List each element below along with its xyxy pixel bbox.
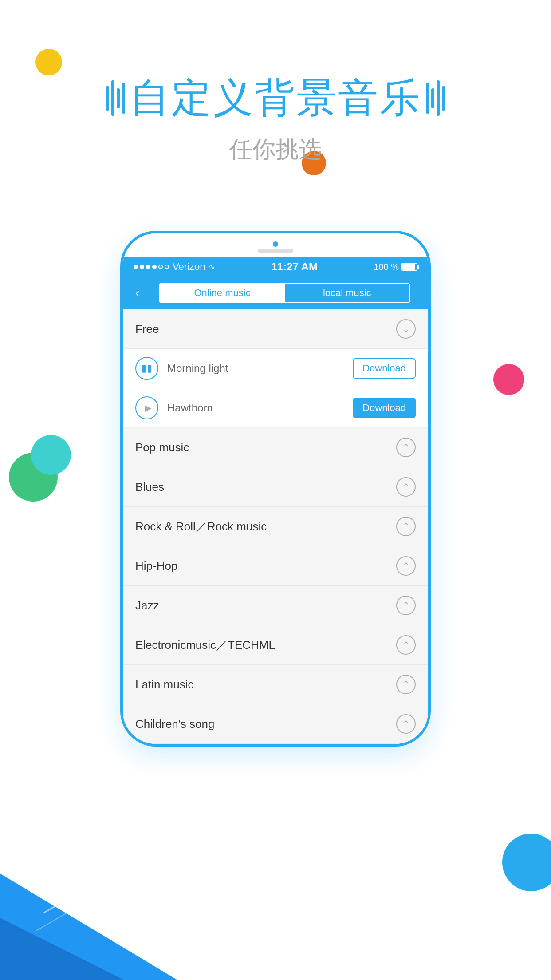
signal-dot-1	[134, 265, 138, 269]
pink-dot	[493, 364, 524, 395]
main-title: 自定义背景音乐	[0, 71, 551, 125]
play-button-hawthorn[interactable]: ▶	[135, 396, 158, 419]
category-jazz-label: Jazz	[135, 599, 159, 612]
phone-mockup: Verizon ∿ 11:27 AM 100 % ‹ Online music …	[120, 231, 431, 747]
category-free-label: Free	[135, 322, 159, 336]
status-time: 11:27 AM	[272, 261, 318, 273]
chevron-up-icon-latin: ⌃	[396, 675, 416, 694]
song-row-hawthorn: ▶ Hawthorn Download	[123, 388, 428, 428]
category-latin-row[interactable]: Latin music ⌃	[123, 665, 428, 704]
battery-fill	[402, 264, 415, 270]
song-name-morning-light: Morning light	[167, 362, 353, 375]
phone-screen: Verizon ∿ 11:27 AM 100 % ‹ Online music …	[120, 231, 431, 747]
chevron-up-icon-hiphop: ⌃	[396, 556, 416, 576]
download-button-hawthorn[interactable]: Download	[353, 398, 416, 418]
tab-group: Online music local music	[159, 283, 410, 303]
signal-dot-2	[140, 265, 144, 269]
chevron-up-icon-rock: ⌃	[396, 517, 416, 536]
status-right: 100 %	[374, 262, 417, 272]
signal-dots	[134, 265, 169, 269]
tab-local-music[interactable]: local music	[285, 284, 409, 302]
cyan-dot	[31, 435, 71, 475]
status-left: Verizon ∿	[134, 261, 215, 273]
phone-top-bar	[123, 233, 428, 257]
category-pop-label: Pop music	[135, 441, 189, 454]
category-electronic-row[interactable]: Electronicmusic／TECHML ⌃	[123, 625, 428, 665]
pause-icon: ▮▮	[142, 363, 152, 374]
category-electronic-label: Electronicmusic／TECHML	[135, 637, 275, 653]
category-hiphop-row[interactable]: Hip-Hop ⌃	[123, 546, 428, 586]
signal-dot-4	[152, 265, 157, 269]
status-bar: Verizon ∿ 11:27 AM 100 %	[123, 257, 428, 277]
signal-dot-5	[158, 265, 163, 269]
category-latin-label: Latin music	[135, 678, 194, 692]
category-blues-label: Blues	[135, 480, 164, 494]
back-button[interactable]: ‹	[132, 284, 143, 302]
title-text: 自定义背景音乐	[130, 71, 421, 125]
category-rock-label: Rock & Roll／Rock music	[135, 519, 267, 534]
pause-button-morning-light[interactable]: ▮▮	[135, 357, 158, 380]
carrier-name: Verizon	[173, 261, 205, 273]
chevron-up-icon-jazz: ⌃	[396, 596, 416, 615]
wifi-icon: ∿	[209, 262, 215, 272]
battery-percent: 100 %	[374, 262, 399, 272]
subtitle-text: 任你挑选	[0, 134, 551, 165]
chevron-down-icon: ⌄	[396, 319, 416, 339]
song-row-morning-light: ▮▮ Morning light Download	[123, 349, 428, 388]
phone-speaker	[258, 249, 293, 253]
play-icon: ▶	[145, 403, 151, 413]
signal-dot-6	[165, 265, 169, 269]
nav-bar: ‹ Online music local music	[123, 277, 428, 309]
blue-dot	[502, 834, 551, 891]
wave-right	[426, 80, 445, 116]
header-section: 自定义背景音乐 任你挑选	[0, 71, 551, 165]
battery-tip	[417, 265, 419, 269]
wave-left	[106, 80, 125, 116]
song-name-hawthorn: Hawthorn	[167, 402, 353, 414]
category-pop-row[interactable]: Pop music ⌃	[123, 428, 428, 467]
music-list: Free ⌄ ▮▮ Morning light Download ▶ Hawth…	[123, 309, 428, 744]
battery-icon	[401, 263, 417, 271]
chevron-up-icon-blues: ⌃	[396, 477, 416, 497]
tab-online-music[interactable]: Online music	[160, 284, 284, 302]
category-hiphop-label: Hip-Hop	[135, 559, 177, 573]
category-rock-row[interactable]: Rock & Roll／Rock music ⌃	[123, 507, 428, 546]
category-blues-row[interactable]: Blues ⌃	[123, 467, 428, 507]
category-children-label: Children's song	[135, 717, 214, 731]
category-free-row[interactable]: Free ⌄	[123, 309, 428, 349]
chevron-up-icon-electronic: ⌃	[396, 635, 416, 655]
download-button-morning-light[interactable]: Download	[353, 358, 416, 379]
white-line-decoration1	[43, 850, 152, 913]
white-line-decoration2	[36, 859, 159, 931]
chevron-up-icon-pop: ⌃	[396, 438, 416, 457]
phone-camera	[273, 241, 278, 247]
category-jazz-row[interactable]: Jazz ⌃	[123, 586, 428, 625]
signal-dot-3	[146, 265, 150, 269]
category-children-row[interactable]: Children's song ⌃	[123, 704, 428, 744]
chevron-up-icon-children: ⌃	[396, 714, 416, 734]
